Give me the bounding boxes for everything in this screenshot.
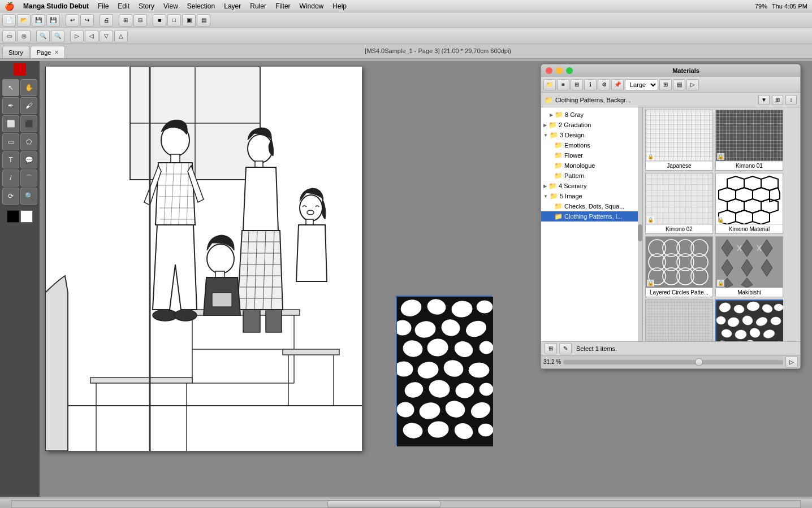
tb2-select2[interactable]: ◎ xyxy=(17,30,31,42)
grid-item-kimono01[interactable]: 🔒 Kimono 01 xyxy=(715,110,783,171)
horizontal-scrollbar[interactable] xyxy=(11,500,801,508)
tree-item-gradation[interactable]: ▶ 📁 2 Gradation xyxy=(541,120,642,130)
tb-save[interactable]: 💾 xyxy=(32,14,45,27)
zoom-expand-btn[interactable]: ▷ xyxy=(785,357,798,368)
expand-icon: ▶ xyxy=(550,112,553,118)
window-minimize-button[interactable] xyxy=(556,67,563,74)
tb2-zoom-out[interactable]: 🔍 xyxy=(51,30,64,42)
tab-page[interactable]: Page ✕ xyxy=(31,46,66,58)
tb2-select1[interactable]: ▭ xyxy=(2,30,16,42)
tree-item-checks[interactable]: 📁 Checks, Dots, Squa... xyxy=(541,201,642,211)
grid-item-mysterious-tiles[interactable]: 🔒 Mysterious Tiles-Haze xyxy=(715,299,783,341)
tb-color4[interactable]: ▤ xyxy=(197,14,210,27)
tb-redo[interactable]: ↪ xyxy=(80,14,94,27)
tb-save2[interactable]: 💾 xyxy=(46,14,60,27)
tool-line[interactable]: / xyxy=(2,170,19,186)
tree-item-clothing[interactable]: 📁 Clothing Patterns, I... xyxy=(541,211,642,222)
mat-tb-settings[interactable]: ⚙ xyxy=(598,79,610,90)
tree-item-emotions[interactable]: 📁 Emotions xyxy=(541,140,642,150)
tool-brush[interactable]: 🖌 xyxy=(20,97,37,114)
tb-color2[interactable]: □ xyxy=(167,14,181,27)
menu-edit[interactable]: Edit xyxy=(118,2,129,10)
tree-item-gray[interactable]: ▶ 📁 8 Gray xyxy=(541,110,642,120)
menu-file[interactable]: File xyxy=(98,2,109,10)
tab-story[interactable]: Story xyxy=(2,46,29,58)
mat-tb-grid[interactable]: ⊞ xyxy=(571,79,583,90)
tb2-v3[interactable]: ▽ xyxy=(100,30,113,42)
tool-pointer[interactable]: ↖ xyxy=(2,79,19,96)
grid-item-layered-circles[interactable]: 🔒 Layered Circles Patte... xyxy=(645,236,713,297)
tb-open[interactable]: 📂 xyxy=(17,14,31,27)
app-name[interactable]: Manga Studio Debut xyxy=(23,2,89,10)
tb-grid1[interactable]: ⊞ xyxy=(119,14,132,27)
grid-item-kimono02[interactable]: 🔒 Kimono 02 xyxy=(645,173,713,234)
apple-menu[interactable]: 🍎 xyxy=(5,2,14,11)
background-color[interactable] xyxy=(20,210,33,223)
mat-tb-pin[interactable]: 📌 xyxy=(611,79,624,90)
expand-icon: ▶ xyxy=(543,184,547,189)
tree-item-scenery[interactable]: ▶ 📁 4 Scenery xyxy=(541,181,642,191)
tab-close-icon[interactable]: ✕ xyxy=(54,49,59,55)
record-indicator[interactable] xyxy=(14,63,26,76)
mat-tb-view2[interactable]: ▤ xyxy=(673,79,685,90)
tool-pen[interactable]: ✒ xyxy=(2,97,19,114)
menu-window[interactable]: Window xyxy=(300,2,324,10)
grid-item-japanese[interactable]: 🔒 Japanese xyxy=(645,110,713,171)
tb2-v2[interactable]: ◁ xyxy=(85,30,98,42)
path-expand[interactable]: ⊞ xyxy=(772,95,783,105)
tb2-v1[interactable]: ▷ xyxy=(70,30,84,42)
menu-ruler[interactable]: Ruler xyxy=(250,2,266,10)
window-maximize-button[interactable] xyxy=(566,67,573,74)
tree-scrollbar[interactable] xyxy=(638,107,642,341)
tb-undo[interactable]: ↩ xyxy=(66,14,79,27)
menu-layer[interactable]: Layer xyxy=(224,2,241,10)
menu-story[interactable]: Story xyxy=(139,2,154,10)
foreground-color[interactable] xyxy=(7,210,19,223)
tree-item-image[interactable]: ▼ 📁 5 Image xyxy=(541,191,642,201)
tool-select-rect[interactable]: ▭ xyxy=(2,133,19,150)
tool-hand[interactable]: ✋ xyxy=(20,79,37,96)
mat-tb-info[interactable]: ℹ xyxy=(584,79,597,90)
menu-selection[interactable]: Selection xyxy=(187,2,215,10)
tb-color1[interactable]: ■ xyxy=(153,14,166,27)
tb-grid2[interactable]: ⊟ xyxy=(133,14,147,27)
mat-status-btn2[interactable]: ✎ xyxy=(559,343,572,354)
tool-select-lasso[interactable]: ⬠ xyxy=(20,133,37,150)
tool-text[interactable]: T xyxy=(2,151,19,168)
tool-zoom[interactable]: 🔍 xyxy=(20,188,37,205)
grid-item-kimono-material[interactable]: 🔒 Kimono Material xyxy=(715,173,783,234)
mat-size-dropdown[interactable]: Large xyxy=(625,79,658,90)
tb2-zoom-in[interactable]: 🔍 xyxy=(36,30,50,42)
tree-item-design[interactable]: ▼ 📁 3 Design xyxy=(541,130,642,140)
window-close-button[interactable] xyxy=(546,67,552,74)
tb-new[interactable]: 📄 xyxy=(2,14,16,27)
tb-color3[interactable]: ▣ xyxy=(182,14,196,27)
tool-balloon[interactable]: 💬 xyxy=(20,151,37,168)
grid-item-makibishi[interactable]: 🔒 Makibishi xyxy=(715,236,783,297)
label-layered-circles: Layered Circles Patte... xyxy=(646,288,712,297)
tb-print[interactable]: 🖨 xyxy=(100,14,113,27)
tool-curve[interactable]: ⌒ xyxy=(20,170,37,186)
mat-status-btn1[interactable]: ⊞ xyxy=(545,343,557,354)
tree-item-monologue[interactable]: 📁 Monologue xyxy=(541,160,642,171)
zoom-slider[interactable] xyxy=(563,360,783,364)
scroll-thumb[interactable] xyxy=(327,501,440,507)
tree-scroll-thumb[interactable] xyxy=(638,224,642,241)
tb2-v4[interactable]: △ xyxy=(114,30,128,42)
tool-eraser[interactable]: ⬜ xyxy=(2,115,19,132)
tree-item-flower[interactable]: 📁 Flower xyxy=(541,150,642,160)
path-dropdown[interactable]: ▼ xyxy=(758,95,770,105)
menu-help[interactable]: Help xyxy=(332,2,347,10)
menu-view[interactable]: View xyxy=(163,2,178,10)
tree-item-pattern[interactable]: 📁 Pattern xyxy=(541,171,642,181)
tool-fill[interactable]: ⬛ xyxy=(20,115,37,132)
path-collapse[interactable]: ↕ xyxy=(785,95,797,105)
tool-rotate[interactable]: ⟳ xyxy=(2,188,19,205)
zoom-thumb[interactable] xyxy=(695,358,703,366)
mat-tb-view3[interactable]: ▷ xyxy=(686,79,699,90)
menu-filter[interactable]: Filter xyxy=(275,2,291,10)
mat-tb-list[interactable]: ≡ xyxy=(557,79,569,90)
mat-tb-view1[interactable]: ⊞ xyxy=(659,79,672,90)
grid-item-mosaic-tile[interactable]: 🔒 Mosaic Tile xyxy=(645,299,713,341)
mat-tb-folder[interactable]: 📁 xyxy=(543,79,556,90)
